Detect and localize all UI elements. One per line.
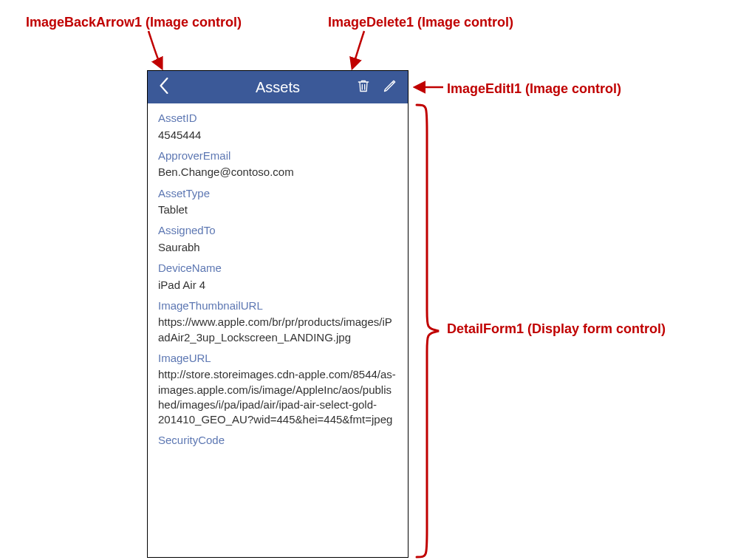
app-header: Assets bbox=[148, 71, 408, 103]
annotation-edit: ImageEditI1 (Image control) bbox=[447, 81, 621, 97]
delete-button[interactable] bbox=[356, 78, 371, 96]
detail-form: AssetID 4545444 ApproverEmail Ben.Change… bbox=[148, 103, 408, 557]
field-securitycode: SecurityCode bbox=[158, 433, 397, 450]
trash-icon bbox=[356, 83, 371, 95]
field-label: AssignedTo bbox=[158, 223, 397, 238]
field-label: ImageURL bbox=[158, 351, 397, 366]
field-label: DeviceName bbox=[158, 261, 397, 276]
header-actions bbox=[356, 78, 408, 96]
annotation-delete: ImageDelete1 (Image control) bbox=[328, 15, 513, 30]
edit-button[interactable] bbox=[383, 78, 397, 96]
field-assettype: AssetType Tablet bbox=[158, 186, 397, 218]
field-imagethumbnailurl: ImageThumbnailURL https://www.apple.com/… bbox=[158, 298, 397, 345]
field-devicename: DeviceName iPad Air 4 bbox=[158, 261, 397, 293]
field-value: 4545444 bbox=[158, 128, 397, 143]
back-button[interactable] bbox=[148, 71, 180, 103]
field-label: AssetID bbox=[158, 111, 397, 126]
field-label: ApproverEmail bbox=[158, 148, 397, 163]
field-approveremail: ApproverEmail Ben.Change@contoso.com bbox=[158, 148, 397, 180]
field-value: Ben.Change@contoso.com bbox=[158, 165, 397, 180]
chevron-left-icon bbox=[159, 78, 169, 97]
field-value: Saurabh bbox=[158, 240, 397, 255]
field-value: Tablet bbox=[158, 202, 397, 217]
field-assignedto: AssignedTo Saurabh bbox=[158, 223, 397, 255]
field-value: http://store.storeimages.cdn-apple.com/8… bbox=[158, 367, 397, 427]
pencil-icon bbox=[383, 83, 397, 95]
arrow-delete bbox=[343, 30, 373, 73]
arrow-back bbox=[144, 30, 174, 73]
field-label: AssetType bbox=[158, 186, 397, 201]
field-label: ImageThumbnailURL bbox=[158, 298, 397, 313]
annotation-back-arrow: ImageBackArrow1 (Image control) bbox=[26, 15, 242, 30]
field-imageurl: ImageURL http://store.storeimages.cdn-ap… bbox=[158, 351, 397, 428]
field-value: https://www.apple.com/br/pr/products/ima… bbox=[158, 315, 397, 345]
field-label: SecurityCode bbox=[158, 433, 397, 448]
annotation-detail-form: DetailForm1 (Display form control) bbox=[447, 321, 666, 337]
field-value: iPad Air 4 bbox=[158, 278, 397, 293]
field-assetid: AssetID 4545444 bbox=[158, 111, 397, 143]
arrow-edit bbox=[412, 80, 445, 98]
brace-detail-form bbox=[414, 103, 443, 560]
app-screen: Assets AssetID 4545444 bbox=[147, 70, 409, 558]
